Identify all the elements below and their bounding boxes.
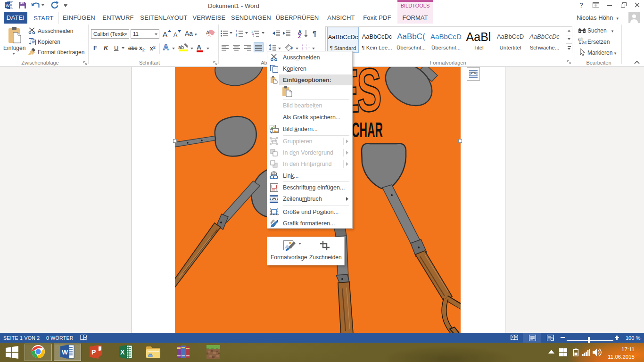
svg-text:A: A (206, 30, 210, 35)
svg-text:CHAR: CHAR (352, 118, 383, 142)
svg-text:X: X (120, 348, 125, 356)
svg-text:P: P (91, 348, 96, 356)
svg-text:3: 3 (236, 35, 238, 37)
svg-text:i: i (253, 35, 254, 37)
svg-text:W: W (62, 348, 68, 356)
svg-text:W: W (6, 3, 10, 8)
